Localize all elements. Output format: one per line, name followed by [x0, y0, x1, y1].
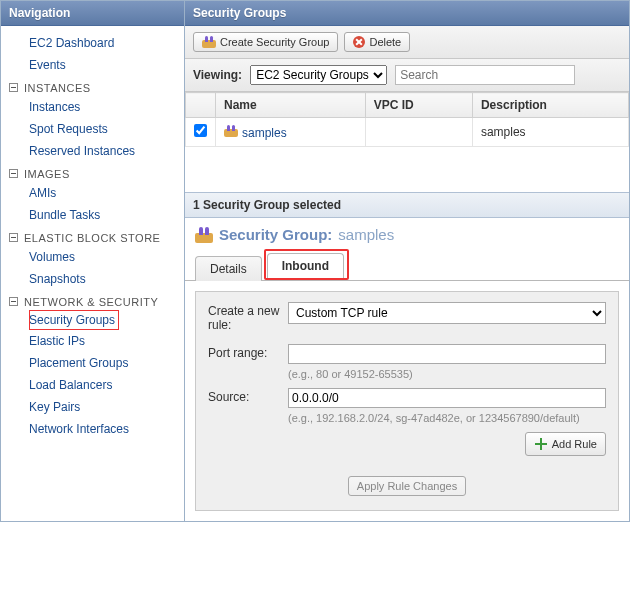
table-row[interactable]: samples samples [186, 118, 629, 147]
nav-load-balancers[interactable]: Load Balancers [1, 374, 184, 396]
col-description[interactable]: Description [472, 93, 628, 118]
security-group-icon [202, 36, 216, 48]
nav-group-ebs[interactable]: ELASTIC BLOCK STORE [1, 226, 184, 246]
collapse-icon[interactable] [9, 233, 18, 242]
inbound-form: Create a new rule: Custom TCP rule Port … [195, 291, 619, 511]
create-security-group-button[interactable]: Create Security Group [193, 32, 338, 52]
apply-rule-changes-button[interactable]: Apply Rule Changes [348, 476, 466, 496]
row-name: samples [242, 126, 287, 140]
create-rule-label: Create a new rule: [208, 302, 288, 332]
sidebar: Navigation EC2 Dashboard Events INSTANCE… [0, 0, 185, 522]
nav-events[interactable]: Events [1, 54, 184, 76]
detail-selected-text: 1 Security Group selected [185, 192, 629, 218]
tab-inbound[interactable]: Inbound [267, 253, 344, 278]
nav-amis[interactable]: AMIs [1, 182, 184, 204]
nav-group-network-security[interactable]: NETWORK & SECURITY [1, 290, 184, 310]
nav-placement-groups[interactable]: Placement Groups [1, 352, 184, 374]
row-desc: samples [472, 118, 628, 147]
sidebar-title: Navigation [1, 1, 184, 26]
collapse-icon[interactable] [9, 83, 18, 92]
row-checkbox[interactable] [194, 124, 207, 137]
col-vpc-id[interactable]: VPC ID [365, 93, 472, 118]
viewing-row: Viewing: EC2 Security Groups [185, 59, 629, 92]
viewing-select[interactable]: EC2 Security Groups [250, 65, 387, 85]
nav-volumes[interactable]: Volumes [1, 246, 184, 268]
source-hint: (e.g., 192.168.2.0/24, sg-47ad482e, or 1… [288, 412, 606, 424]
nav-instances[interactable]: Instances [1, 96, 184, 118]
detail-title: Security Group: samples [185, 218, 629, 249]
detail-tabs: Details Inbound [185, 249, 629, 281]
nav-security-groups[interactable]: Security Groups [29, 310, 119, 330]
nav-elastic-ips[interactable]: Elastic IPs [1, 330, 184, 352]
add-rule-button[interactable]: Add Rule [525, 432, 606, 456]
source-label: Source: [208, 388, 288, 404]
toolbar: Create Security Group Delete [185, 26, 629, 59]
port-range-hint: (e.g., 80 or 49152-65535) [288, 368, 606, 380]
collapse-icon[interactable] [9, 297, 18, 306]
source-input[interactable] [288, 388, 606, 408]
delete-button[interactable]: Delete [344, 32, 410, 52]
nav-key-pairs[interactable]: Key Pairs [1, 396, 184, 418]
plus-icon [534, 437, 548, 451]
nav-snapshots[interactable]: Snapshots [1, 268, 184, 290]
nav-ec2-dashboard[interactable]: EC2 Dashboard [1, 32, 184, 54]
nav-group-images[interactable]: IMAGES [1, 162, 184, 182]
nav-group-instances[interactable]: INSTANCES [1, 76, 184, 96]
nav-bundle-tasks[interactable]: Bundle Tasks [1, 204, 184, 226]
port-range-label: Port range: [208, 344, 288, 360]
collapse-icon[interactable] [9, 169, 18, 178]
delete-icon [353, 36, 365, 48]
nav-network-interfaces[interactable]: Network Interfaces [1, 418, 184, 440]
security-group-icon [224, 125, 238, 137]
security-groups-table: Name VPC ID Description samples samples [185, 92, 629, 147]
search-input[interactable] [395, 65, 575, 85]
nav-reserved-instances[interactable]: Reserved Instances [1, 140, 184, 162]
rule-type-select[interactable]: Custom TCP rule [288, 302, 606, 324]
row-vpc [365, 118, 472, 147]
main-panel: Security Groups Create Security Group De… [185, 0, 630, 522]
port-range-input[interactable] [288, 344, 606, 364]
detail-title-label: Security Group: [219, 226, 332, 243]
main-title: Security Groups [185, 1, 629, 26]
col-name[interactable]: Name [216, 93, 366, 118]
detail-title-name: samples [338, 226, 394, 243]
nav-spot-requests[interactable]: Spot Requests [1, 118, 184, 140]
tab-details[interactable]: Details [195, 256, 262, 281]
viewing-label: Viewing: [193, 68, 242, 82]
security-group-icon [195, 227, 213, 243]
tab-inbound-highlight: Inbound [264, 249, 349, 280]
col-checkbox [186, 93, 216, 118]
